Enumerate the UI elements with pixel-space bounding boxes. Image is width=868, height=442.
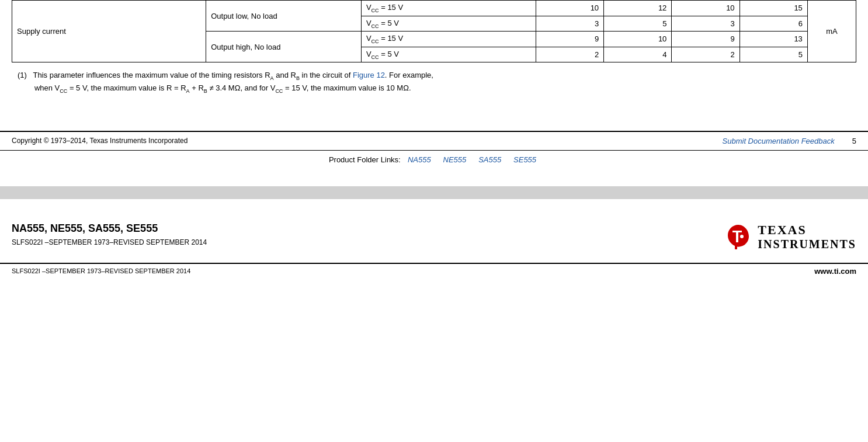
ti-logo: TEXAS INSTRUMENTS [725,222,856,251]
max2-val: 13 [739,32,807,47]
product-links-label: Product Folder Links: [329,155,401,164]
footnote: (1) This parameter influences the maximu… [12,69,856,95]
max2-val: 5 [739,47,807,62]
typ2-val: 3 [672,16,739,32]
typ1-val: 2 [536,47,603,62]
product-link-na555[interactable]: NA555 [408,155,431,164]
ti-logo-text: TEXAS INSTRUMENTS [758,222,856,251]
product-link-ne555[interactable]: NE555 [443,155,467,164]
typ1-val: 3 [536,16,603,32]
supply-current-table: Supply current Output low, No load VCC =… [12,0,856,62]
voltage-cell: VCC = 15 V [361,1,536,16]
document-number: SLFS022I –SEPTEMBER 1973–REVISED SEPTEMB… [12,238,725,246]
max1-val: 10 [604,32,672,47]
bottom-section: NA555, NE555, SA555, SE555 SLFS022I –SEP… [0,211,868,257]
ti-instruments-text: INSTRUMENTS [758,238,856,251]
gray-divider-band [0,186,868,199]
footer-top-bar: Copyright © 1973–2014, Texas Instruments… [0,131,868,151]
max2-val: 15 [739,1,807,16]
condition-output-low: Output low, No load [206,1,362,32]
device-title: NA555, NE555, SA555, SE555 [12,222,725,235]
voltage-cell: VCC = 5 V [361,47,536,62]
typ1-val: 10 [536,1,603,16]
voltage-cell: VCC = 15 V [361,32,536,47]
submit-feedback-link[interactable]: Submit Documentation Feedback [723,137,835,145]
max1-val: 12 [604,1,672,16]
product-link-se555[interactable]: SE555 [513,155,536,164]
condition-output-high: Output high, No load [206,32,362,62]
product-link-sa555[interactable]: SA555 [478,155,501,164]
bottom-left: NA555, NE555, SA555, SE555 SLFS022I –SEP… [12,222,725,246]
unit-cell: mA [807,1,856,62]
copyright-text: Copyright © 1973–2014, Texas Instruments… [12,137,188,145]
ti-logo-icon [725,224,752,250]
table-row: Supply current Output low, No load VCC =… [12,1,856,16]
svg-point-0 [740,235,744,238]
page-number: 5 [852,137,856,145]
website-url: www.ti.com [814,267,856,276]
max1-val: 5 [604,16,672,32]
bottom-bar-doc-info: SLFS022I –SEPTEMBER 1973–REVISED SEPTEMB… [12,267,190,274]
typ2-val: 2 [672,47,739,62]
typ2-val: 10 [672,1,739,16]
bottom-bar: SLFS022I –SEPTEMBER 1973–REVISED SEPTEMB… [0,263,868,279]
typ1-val: 9 [536,32,603,47]
voltage-cell: VCC = 5 V [361,16,536,32]
product-folder-links: Product Folder Links: NA555 NE555 SA555 … [0,151,868,169]
figure-12-link[interactable]: Figure 12 [353,71,385,79]
footnote-text: (1) This parameter influences the maximu… [18,69,850,95]
typ2-val: 9 [672,32,739,47]
footer-right: Submit Documentation Feedback 5 [723,137,856,145]
param-supply-current: Supply current [12,1,206,62]
max2-val: 6 [739,16,807,32]
ti-texas-text: TEXAS [758,222,856,238]
max1-val: 4 [604,47,672,62]
